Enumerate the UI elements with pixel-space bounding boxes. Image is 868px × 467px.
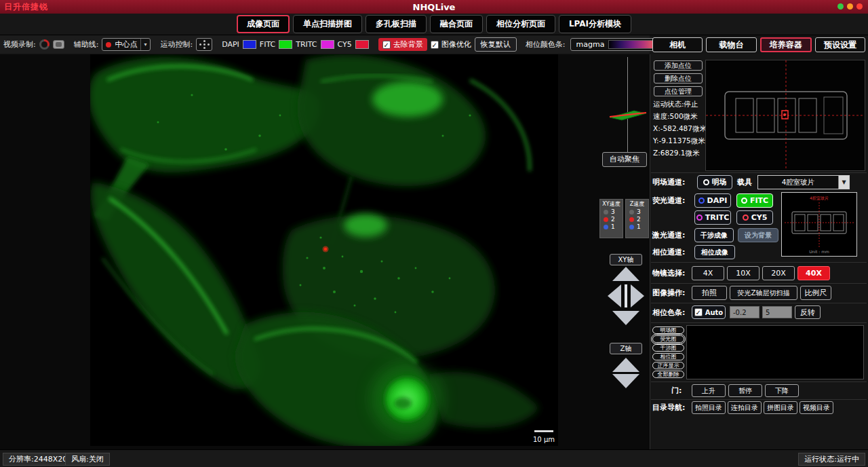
tab-stage[interactable]: 载物台	[706, 37, 756, 52]
delete-point-button[interactable]: 删除点位	[654, 73, 703, 83]
titlebar: 日升倍捷锐 NHQLive	[0, 0, 868, 14]
xy-speed-level-2[interactable]: 2	[600, 215, 623, 223]
scalebar-button[interactable]: 比例尺	[800, 286, 831, 300]
remove-background-toggle[interactable]: ✓ 去除背景	[378, 38, 427, 51]
directory-nav-label: 目录导航:	[652, 400, 685, 415]
interference-button[interactable]: 干涉成像	[694, 228, 734, 242]
window-light-green[interactable]	[837, 3, 844, 10]
camera-icon[interactable]	[53, 40, 64, 49]
z-down-arrow[interactable]	[612, 374, 639, 388]
display-fluorescence-pill[interactable]: 荧光图	[652, 335, 684, 343]
invert-button[interactable]: 反转	[795, 305, 821, 319]
objective-10x-button[interactable]: 10X	[727, 266, 760, 280]
aid-line-select[interactable]: 中心点 ▾	[102, 38, 151, 51]
tab-fusion-page[interactable]: 融合页面	[430, 15, 483, 33]
divider	[651, 262, 867, 263]
photo-directory-button[interactable]: 拍照目录	[692, 401, 726, 414]
divider	[651, 303, 867, 303]
app-logo: 日升倍捷锐	[4, 1, 48, 13]
channel-label-tritc: TRITC	[296, 40, 317, 49]
stage-map[interactable]	[705, 60, 865, 171]
jog-down-arrow[interactable]	[612, 311, 639, 325]
delete-all-pill[interactable]: 全部删除	[652, 371, 684, 378]
display-interference-pill[interactable]: 干涉图	[652, 344, 684, 352]
colormap-value: magma	[576, 40, 605, 49]
tab-imaging-page[interactable]: 成像页面	[237, 15, 290, 33]
tab-phase-analysis[interactable]: 相位分析页面	[486, 15, 555, 33]
tab-camera[interactable]: 相机	[652, 37, 703, 52]
record-icon[interactable]	[39, 39, 50, 50]
phase-max-input[interactable]	[762, 306, 792, 318]
dapi-channel-button[interactable]: DAPI	[694, 193, 731, 208]
zstack-scan-button[interactable]: 荧光Z轴层切扫描	[730, 286, 797, 300]
display-phase-pill[interactable]: 相位图	[652, 353, 684, 360]
manage-point-button[interactable]: 点位管理	[654, 86, 703, 96]
capture-list[interactable]	[686, 325, 864, 379]
z-speed-level-1[interactable]: 1	[626, 223, 648, 230]
motion-status-text: 运动状态:停止	[653, 100, 698, 109]
image-optimize-toggle[interactable]: ✓ 图像优化	[431, 39, 471, 50]
cy5-channel-button[interactable]: CY5	[736, 210, 773, 225]
display-order-pill[interactable]: 正序显示	[652, 362, 684, 369]
statusbar: 分辨率:2448X2048 风扇:关闭 运行状态:运行中	[0, 449, 868, 467]
video-directory-button[interactable]: 视频目录	[800, 401, 833, 414]
autofocus-button[interactable]: 自动聚焦	[602, 152, 647, 167]
tab-multiwell-scan[interactable]: 多孔板扫描	[366, 15, 427, 33]
door-down-button[interactable]: 下降	[765, 384, 799, 397]
phase-auto-toggle[interactable]: ✓ Auto	[692, 305, 726, 319]
phase-imaging-button[interactable]: 相位成像	[694, 245, 735, 259]
fluorescence-image-svg: 10 µm	[90, 54, 558, 446]
tritc-channel-button[interactable]: TRITC	[694, 210, 731, 225]
motion-control-pad-icon[interactable]	[196, 38, 212, 51]
xy-axis-label: XY轴	[610, 254, 642, 265]
fitc-channel-button[interactable]: FITC	[736, 193, 773, 208]
channel-label-dapi: DAPI	[222, 40, 239, 49]
cy5-button-label: CY5	[751, 213, 768, 222]
speed-dot-icon	[604, 225, 608, 229]
objective-4x-button[interactable]: 4X	[692, 266, 724, 280]
running-status: 运行状态:运行中	[798, 453, 865, 466]
objective-20x-button[interactable]: 20X	[762, 266, 795, 280]
z-speed-level-3[interactable]: 3	[626, 208, 648, 215]
carrier-preview-title: 4腔室玻片	[810, 195, 829, 201]
xy-speed-level-1[interactable]: 1	[600, 223, 623, 230]
main-tabbar: 成像页面 单点扫描拼图 多孔板扫描 融合页面 相位分析页面 LPAI分析模块	[0, 14, 868, 35]
jog-right-arrow[interactable]	[631, 284, 644, 307]
door-pause-button[interactable]: 暂停	[728, 384, 762, 397]
camera-icon-screen	[56, 42, 62, 47]
jog-up-arrow[interactable]	[612, 267, 639, 281]
dpad-dots-icon	[203, 43, 205, 45]
add-point-button[interactable]: 添加点位	[654, 60, 703, 71]
fluorescence-image[interactable]: 10 µm	[90, 54, 558, 446]
door-up-button[interactable]: 上升	[692, 384, 726, 397]
tab-presets[interactable]: 预设设置	[815, 37, 865, 52]
z-speed-level-2[interactable]: 2	[626, 215, 648, 223]
brightfield-button[interactable]: 明场	[697, 175, 732, 189]
carrier-select[interactable]: 4腔室玻片 ▼	[757, 175, 850, 189]
window-light-orange[interactable]	[847, 3, 853, 10]
set-background-button[interactable]: 设为背景	[738, 228, 778, 242]
viewer-toolbar: 视频录制: 辅助线: 中心点 ▾ 运动控制: DAPI FITC TRITC C…	[0, 35, 650, 54]
brightfield-channel-label: 明场通道:	[652, 175, 685, 189]
fitc-color-swatch[interactable]	[279, 40, 292, 49]
phase-min-input[interactable]	[730, 306, 760, 318]
stitch-directory-button[interactable]: 拼图目录	[764, 401, 797, 414]
display-brightfield-pill[interactable]: 明场图	[652, 326, 684, 334]
divider	[651, 172, 867, 173]
tab-lpai-module[interactable]: LPAI分析模块	[559, 15, 631, 33]
tab-single-point-stitch[interactable]: 单点扫描拼图	[293, 15, 362, 33]
carrier-value: 4腔室玻片	[758, 178, 838, 187]
z-up-arrow[interactable]	[612, 358, 639, 372]
xy-speed-level-3[interactable]: 3	[600, 208, 623, 215]
cy5-color-swatch[interactable]	[355, 40, 369, 49]
tab-culture-vessel[interactable]: 培养容器	[760, 37, 812, 52]
capture-button[interactable]: 拍照	[692, 286, 727, 300]
tritc-color-swatch[interactable]	[321, 40, 334, 49]
jog-left-arrow[interactable]	[608, 284, 621, 307]
restore-default-button[interactable]: 恢复默认	[475, 37, 517, 52]
window-light-red[interactable]	[856, 3, 863, 10]
dapi-color-swatch[interactable]	[243, 40, 256, 49]
objective-40x-button[interactable]: 40X	[797, 266, 830, 280]
door-label: 门:	[671, 384, 682, 398]
burst-directory-button[interactable]: 连拍目录	[728, 401, 762, 414]
